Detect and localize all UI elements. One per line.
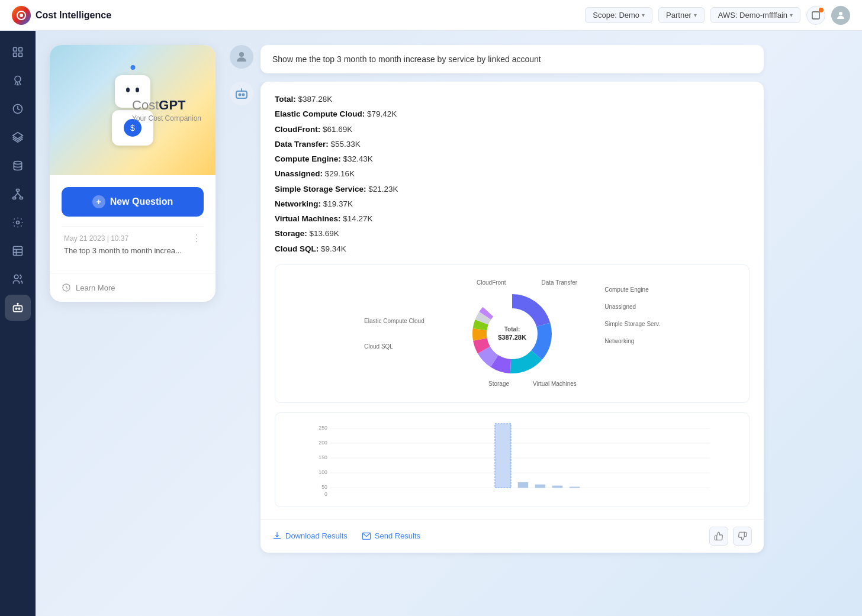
answer-card: Total: $387.28K Elastic Compute Cloud: $… bbox=[260, 82, 764, 553]
list-item: Total: $387.28K bbox=[275, 93, 750, 105]
partner-chevron-icon: ▾ bbox=[694, 12, 697, 18]
question-row: Show me the top 3 month to month increas… bbox=[230, 45, 848, 73]
svg-point-33 bbox=[241, 88, 242, 89]
donut-label-ec2: Elastic Compute Cloud bbox=[364, 318, 424, 324]
thumbs-up-icon bbox=[714, 531, 723, 541]
robot-eyes bbox=[126, 88, 139, 92]
right-panel: Show me the top 3 month to month increas… bbox=[230, 45, 848, 602]
costgpt-hero: $ CostGPT Your Cost Companion bbox=[50, 45, 216, 175]
new-question-button[interactable]: + New Question bbox=[62, 187, 204, 217]
costgpt-body: + New Question May 21 2023 | 10:37 ⋮ The… bbox=[50, 175, 216, 273]
donut-label-simplestorage: Simple Storage Serv. bbox=[604, 321, 660, 327]
question-bubble: Show me the top 3 month to month increas… bbox=[260, 45, 764, 73]
sidebar-item-history[interactable] bbox=[5, 96, 31, 122]
list-item: Data Transfer: $55.33K bbox=[275, 138, 750, 150]
sidebar bbox=[0, 31, 36, 616]
list-item: Simple Storage Service: $21.23K bbox=[275, 183, 750, 195]
svg-rect-13 bbox=[13, 197, 16, 199]
aws-chevron-icon: ▾ bbox=[790, 12, 793, 18]
bar-chart-container: 250 200 150 100 50 0 bbox=[275, 412, 750, 507]
svg-rect-7 bbox=[19, 53, 22, 57]
tagline: Your Cost Companion bbox=[132, 114, 201, 122]
topnav-actions: Scope: Demo ▾ Partner ▾ AWS: Demo-mffffa… bbox=[585, 6, 850, 25]
donut-chart-svg: Total: $387.28K bbox=[465, 286, 559, 381]
question-text: Show me the top 3 month to month increas… bbox=[272, 54, 541, 64]
aws-button[interactable]: AWS: Demo-mffffain ▾ bbox=[710, 7, 800, 23]
send-results-button[interactable]: Send Results bbox=[362, 531, 420, 541]
svg-rect-19 bbox=[14, 247, 22, 256]
sidebar-item-database[interactable] bbox=[5, 153, 31, 179]
donut-label-storage: Storage bbox=[488, 380, 509, 387]
list-item: Virtual Machines: $14.27K bbox=[275, 213, 750, 225]
sidebar-item-bot[interactable] bbox=[5, 295, 31, 321]
svg-rect-14 bbox=[20, 197, 22, 199]
robot-eye-right-icon bbox=[136, 88, 139, 92]
main-layout: $ CostGPT Your Cost Companion + New Que bbox=[0, 31, 862, 616]
svg-rect-5 bbox=[19, 48, 22, 51]
topnav: Cost Intelligence Scope: Demo ▾ Partner … bbox=[0, 0, 862, 31]
svg-text:200: 200 bbox=[319, 440, 327, 446]
svg-rect-6 bbox=[14, 53, 17, 57]
sidebar-item-table[interactable] bbox=[5, 238, 31, 264]
download-label: Download Results bbox=[285, 531, 348, 540]
donut-label-vms: Virtual Machines bbox=[533, 380, 577, 387]
svg-point-31 bbox=[239, 94, 241, 96]
costgpt-card: $ CostGPT Your Cost Companion + New Que bbox=[50, 45, 216, 302]
svg-text:Total:: Total: bbox=[504, 326, 520, 333]
svg-rect-4 bbox=[14, 48, 17, 51]
list-item: Networking: $19.37K bbox=[275, 198, 750, 210]
answer-row: Total: $387.28K Elastic Compute Cloud: $… bbox=[230, 82, 848, 602]
donut-chart-container: CloudFront Data Transfer Elastic Compute… bbox=[275, 265, 750, 403]
app-logo: Cost Intelligence bbox=[12, 6, 111, 25]
svg-point-18 bbox=[17, 221, 20, 224]
donut-label-networking: Networking bbox=[604, 338, 660, 344]
learn-more-label: Learn More bbox=[76, 283, 115, 292]
donut-label-datatransfer: Data Transfer bbox=[541, 279, 577, 286]
scope-chevron-icon: ▾ bbox=[642, 12, 645, 18]
svg-rect-58 bbox=[495, 424, 511, 488]
logo-icon bbox=[12, 6, 31, 25]
history-text: The top 3 month to month increa... bbox=[64, 246, 201, 255]
svg-rect-60 bbox=[535, 484, 545, 488]
svg-point-25 bbox=[15, 308, 17, 309]
sidebar-item-award[interactable] bbox=[5, 67, 31, 93]
svg-rect-24 bbox=[14, 306, 22, 312]
notifications-button[interactable] bbox=[806, 6, 825, 25]
svg-line-17 bbox=[18, 193, 21, 197]
new-question-label: New Question bbox=[110, 196, 173, 207]
learn-more-icon bbox=[62, 283, 71, 292]
feedback-actions bbox=[709, 527, 752, 546]
sidebar-item-layers[interactable] bbox=[5, 124, 31, 150]
sidebar-item-grid[interactable] bbox=[5, 39, 31, 65]
learn-more-button[interactable]: Learn More bbox=[50, 273, 216, 302]
svg-text:150: 150 bbox=[319, 454, 327, 460]
svg-rect-59 bbox=[518, 482, 528, 488]
svg-point-11 bbox=[14, 162, 21, 165]
svg-text:0: 0 bbox=[324, 491, 327, 497]
bar-chart-svg: 250 200 150 100 50 0 bbox=[285, 423, 739, 497]
robot-antenna-icon bbox=[132, 68, 134, 75]
thumbs-up-button[interactable] bbox=[709, 527, 728, 546]
sidebar-item-settings[interactable] bbox=[5, 209, 31, 236]
sidebar-item-users[interactable] bbox=[5, 266, 31, 292]
history-menu-button[interactable]: ⋮ bbox=[192, 233, 201, 244]
plus-icon: + bbox=[92, 195, 105, 208]
svg-rect-30 bbox=[236, 91, 247, 98]
email-icon bbox=[362, 531, 371, 541]
partner-button[interactable]: Partner ▾ bbox=[658, 7, 705, 23]
scope-button[interactable]: Scope: Demo ▾ bbox=[585, 7, 652, 23]
history-date: May 21 2023 | 10:37 bbox=[64, 234, 128, 243]
svg-text:100: 100 bbox=[319, 469, 327, 475]
user-avatar-button[interactable] bbox=[831, 6, 850, 25]
list-item: Unassigned: $29.16K bbox=[275, 168, 750, 180]
sidebar-item-topology[interactable] bbox=[5, 181, 31, 207]
download-icon bbox=[272, 531, 282, 541]
svg-rect-61 bbox=[552, 485, 562, 488]
svg-rect-12 bbox=[17, 189, 20, 191]
list-item: Cloud SQL: $9.34K bbox=[275, 243, 750, 255]
svg-point-1 bbox=[20, 14, 23, 17]
thumbs-down-button[interactable] bbox=[733, 527, 752, 546]
history-item[interactable]: May 21 2023 | 10:37 ⋮ The top 3 month to… bbox=[62, 226, 204, 261]
list-item: Storage: $13.69K bbox=[275, 228, 750, 240]
download-results-button[interactable]: Download Results bbox=[272, 531, 348, 541]
